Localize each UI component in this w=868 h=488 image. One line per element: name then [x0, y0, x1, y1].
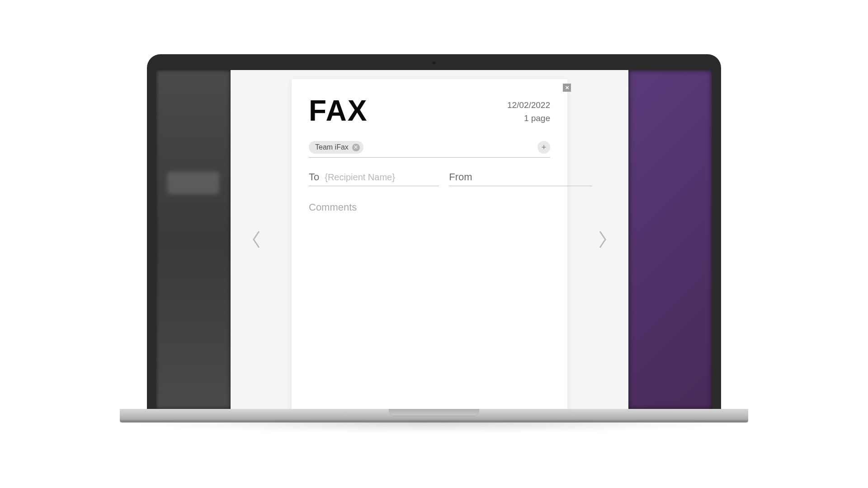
- laptop-shadow: [120, 422, 748, 434]
- laptop-screen-frame: ✕ FAX 12/02/2022 1 page Team iFax: [147, 54, 721, 409]
- to-label: To: [309, 171, 319, 183]
- chevron-left-icon: [251, 230, 262, 249]
- fax-compose-modal: ✕ FAX 12/02/2022 1 page Team iFax: [231, 70, 628, 409]
- recipients-row: Team iFax ✕ +: [309, 141, 550, 158]
- app-right-panel-blurred: [628, 70, 712, 409]
- laptop-camera: [433, 61, 435, 64]
- fax-header: FAX 12/02/2022 1 page: [309, 96, 550, 125]
- plus-icon: +: [542, 143, 547, 152]
- recipient-chip-label: Team iFax: [315, 143, 349, 151]
- from-field: From: [449, 171, 592, 186]
- remove-recipient-button[interactable]: ✕: [352, 144, 360, 151]
- app-sidebar-blurred: [156, 70, 231, 409]
- next-page-button[interactable]: [597, 230, 608, 249]
- from-label: From: [449, 171, 472, 183]
- previous-page-button[interactable]: [251, 230, 262, 249]
- laptop-screen: ✕ FAX 12/02/2022 1 page Team iFax: [156, 70, 712, 409]
- close-button[interactable]: ✕: [563, 84, 571, 92]
- fax-title: FAX: [309, 96, 368, 125]
- comments-label: Comments: [309, 202, 550, 213]
- to-input[interactable]: [325, 172, 439, 183]
- recipient-chip[interactable]: Team iFax ✕: [309, 141, 363, 154]
- fax-cover-page: ✕ FAX 12/02/2022 1 page Team iFax: [292, 79, 567, 409]
- fax-meta: 12/02/2022 1 page: [507, 96, 550, 125]
- add-recipient-button[interactable]: +: [538, 141, 550, 154]
- to-from-row: To From: [309, 171, 550, 186]
- laptop-base: [120, 409, 748, 422]
- close-icon: ✕: [354, 144, 358, 150]
- from-input[interactable]: [478, 172, 592, 183]
- laptop-trackpad-notch: [389, 409, 479, 416]
- fax-date: 12/02/2022: [507, 99, 550, 112]
- laptop-mockup: ✕ FAX 12/02/2022 1 page Team iFax: [147, 54, 721, 434]
- close-icon: ✕: [565, 85, 569, 91]
- fax-page-count: 1 page: [507, 112, 550, 125]
- to-field: To: [309, 171, 439, 186]
- chevron-right-icon: [597, 230, 608, 249]
